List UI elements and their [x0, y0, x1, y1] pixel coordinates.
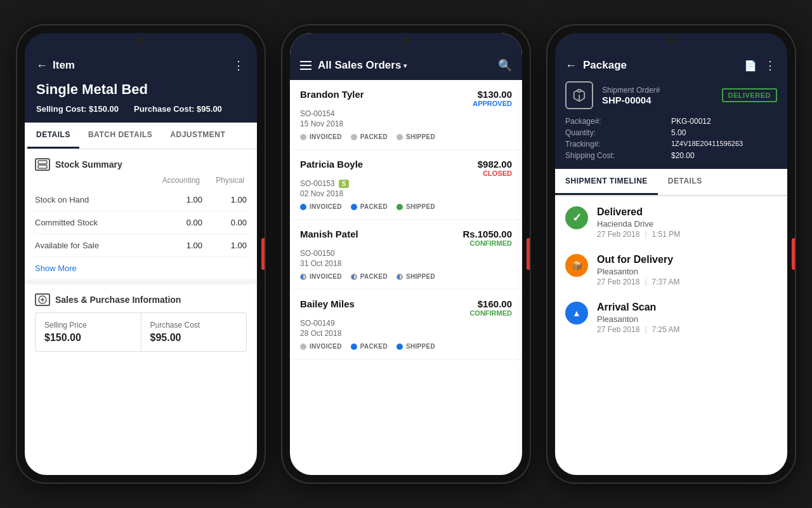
page-title: Package [583, 59, 627, 72]
search-button[interactable]: 🔍 [498, 58, 512, 72]
row-accounting: 1.00 [158, 195, 202, 204]
back-button[interactable]: ← [36, 59, 48, 72]
row-label: Available for Sale [35, 241, 158, 250]
packed-status: PACKED [351, 343, 388, 350]
shipped-dot [396, 204, 403, 210]
svg-rect-0 [38, 161, 47, 164]
shipment-icon [565, 81, 593, 109]
invoiced-status: INVOICED [300, 133, 342, 140]
shopify-badge: S [339, 180, 350, 188]
order-date: 28 Oct 2018 [300, 329, 512, 338]
menu-button[interactable] [300, 61, 311, 70]
delivered-badge: DELIVERED [722, 88, 777, 102]
tab-details[interactable]: DETAILS [27, 123, 79, 149]
table-row: Available for Sale 1.00 1.00 [35, 234, 247, 257]
timeline-circle-delivery: 📦 [565, 254, 588, 277]
phone-item: ← Item ⋮ Single Metal Bed Selling Cost: … [17, 25, 265, 483]
list-item[interactable]: Bailey Miles $160.00 CONFIRMED SO-00149 … [290, 290, 522, 359]
orders-title: All Sales Orders [318, 59, 401, 72]
invoiced-dot [300, 344, 306, 350]
shipped-status: SHIPPED [396, 273, 435, 280]
tab-shipment-timeline[interactable]: SHIPMENT TIMELINE [555, 169, 658, 195]
order-date: 15 Nov 2018 [300, 119, 512, 128]
packed-status: PACKED [351, 133, 388, 140]
side-scroll-tab [261, 238, 265, 270]
selling-price-value: $150.00 [44, 332, 132, 344]
timeline-event: ▲ Arrival Scan Pleasanton 27 Feb 2018 | … [565, 302, 777, 334]
shipped-status: SHIPPED [396, 343, 435, 350]
sales-section-title: Sales & Purchase Information [55, 295, 181, 305]
status-badge: CONFIRMED [469, 309, 512, 317]
order-number: SO-00149 [300, 319, 512, 328]
tl-event-time: 1:51 PM [652, 230, 681, 239]
purchase-cost-label: Purchase Cost: [134, 104, 194, 114]
tab-adjustment[interactable]: ADJUSTMENT [161, 123, 234, 149]
order-customer-name: Bailey Miles [300, 298, 355, 309]
pdf-icon[interactable]: 📄 [744, 60, 757, 72]
phone-package: ← Package 📄 ⋮ [547, 25, 795, 483]
row-accounting: 0.00 [158, 218, 202, 227]
shipping-cost-label: Shipping Cost: [565, 151, 671, 160]
invoiced-status: INVOICED [300, 343, 342, 350]
table-row: Committed Stock 0.00 0.00 [35, 211, 247, 234]
packed-status: PACKED [351, 203, 388, 210]
tl-event-time: 7:37 AM [652, 277, 680, 286]
tl-event-title: Arrival Scan [597, 302, 680, 313]
timeline-circle-scan: ▲ [565, 302, 588, 324]
shipped-dot [396, 344, 403, 350]
list-item[interactable]: Patricia Boyle $982.00 CLOSED SO-00153 S… [290, 150, 522, 220]
side-scroll-tab [527, 238, 530, 270]
table-row: Stock on Hand 1.00 1.00 [35, 189, 247, 211]
purchase-cost-value: $95.00 [197, 104, 222, 114]
timeline-event: 📦 Out for Delivery Pleasanton 27 Feb 201… [565, 254, 777, 286]
packed-dot [351, 134, 357, 140]
order-number: SO-00154 [300, 109, 512, 118]
shipping-cost-value: $20.00 [671, 151, 777, 160]
tab-details[interactable]: DETAILS [658, 169, 712, 195]
selling-price-label: Selling Price [44, 321, 132, 330]
row-physical: 1.00 [202, 195, 247, 204]
shipment-number: SHP-00004 [602, 95, 713, 105]
more-button[interactable]: ⋮ [764, 58, 777, 72]
item-title: Single Metal Bed [36, 81, 246, 98]
tl-event-location: Hacienda Drive [597, 219, 680, 229]
list-item[interactable]: Brandon Tyler $130.00 APPROVED SO-00154 … [290, 80, 522, 150]
packed-status: PACKED [351, 273, 388, 280]
more-button[interactable]: ⋮ [233, 58, 246, 72]
orders-list: Brandon Tyler $130.00 APPROVED SO-00154 … [290, 80, 522, 475]
timeline-circle-delivered: ✓ [565, 206, 588, 229]
packed-dot [351, 274, 357, 280]
tl-event-location: Pleasanton [597, 314, 680, 324]
show-more-button[interactable]: Show More [25, 257, 257, 279]
tl-event-date: 27 Feb 2018 [597, 230, 639, 239]
sales-info-icon [35, 293, 50, 306]
shipment-order-label: Shipment Order# [602, 86, 713, 95]
tl-event-location: Pleasanton [597, 267, 680, 276]
shipped-dot [396, 274, 403, 280]
row-physical: 1.00 [202, 241, 247, 250]
order-number: SO-00150 [300, 249, 512, 258]
orders-dropdown[interactable]: All Sales Orders ▾ [318, 59, 407, 72]
timeline-event: ✓ Delivered Hacienda Drive 27 Feb 2018 |… [565, 206, 777, 239]
package-label: Package#: [565, 117, 671, 126]
page-title: Item [53, 59, 75, 72]
accounting-header: Accounting [155, 176, 200, 185]
order-customer-name: Brandon Tyler [300, 89, 364, 100]
tracking-label: Tracking#: [565, 140, 671, 149]
order-customer-name: Patricia Boyle [300, 159, 363, 170]
row-label: Stock on Hand [35, 195, 158, 204]
quantity-value: 5.00 [671, 128, 777, 137]
order-amount: $160.00 [469, 298, 512, 309]
side-scroll-tab [792, 238, 795, 270]
invoiced-status: INVOICED [300, 273, 342, 280]
tl-event-title: Out for Delivery [597, 254, 680, 265]
back-button[interactable]: ← [565, 59, 577, 72]
invoiced-dot [300, 274, 306, 280]
tab-batch-details[interactable]: BATCH DETAILS [79, 123, 161, 149]
tracking-value: 1Z4V18E20411596263 [671, 140, 777, 149]
package-value: PKG-00012 [671, 117, 777, 126]
invoiced-dot [300, 204, 306, 210]
stock-summary-icon [35, 158, 50, 171]
order-amount: Rs.1050.00 [462, 229, 512, 239]
list-item[interactable]: Manish Patel Rs.1050.00 CONFIRMED SO-001… [290, 220, 522, 290]
